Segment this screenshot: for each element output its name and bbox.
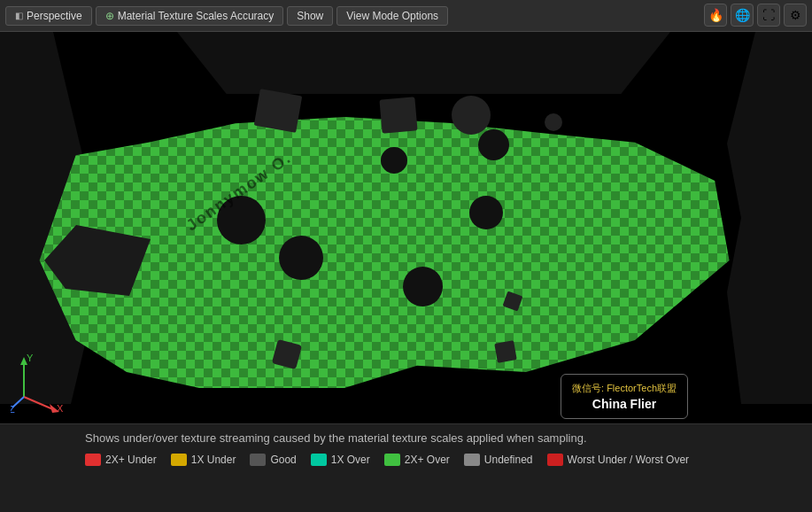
- legend: 2X+ Under1X UnderGood1X Over2X+ OverUnde…: [14, 454, 798, 466]
- view-mode-button[interactable]: View Mode Options: [336, 6, 448, 26]
- legend-swatch-under1x: [171, 454, 187, 466]
- svg-text:X: X: [57, 403, 64, 414]
- svg-text:Y: Y: [27, 353, 34, 363]
- terrain-top: [177, 32, 670, 94]
- fullscreen-icon-button[interactable]: ⛶: [757, 4, 780, 27]
- legend-label-good: Good: [270, 454, 296, 466]
- legend-swatch-over2x: [384, 454, 400, 466]
- legend-swatch-worst: [547, 454, 563, 466]
- svg-text:Z: Z: [11, 404, 15, 415]
- mesh-hole-4: [469, 196, 503, 229]
- perspective-label: Perspective: [27, 10, 82, 22]
- info-bar: Shows under/over texture streaming cause…: [0, 423, 812, 512]
- view-mode-label: View Mode Options: [346, 10, 438, 22]
- legend-item-under2x: 2X+ Under: [85, 454, 157, 466]
- surface-obj-3: [452, 96, 491, 135]
- material-texture-label: Material Texture Scales Accuracy: [118, 10, 275, 22]
- top-right-icons: 🔥 🌐 ⛶ ⚙: [704, 4, 807, 27]
- legend-label-under1x: 1X Under: [191, 454, 236, 466]
- mesh-hole-3: [403, 267, 443, 306]
- perspective-button[interactable]: ◧ Perspective: [5, 6, 92, 26]
- axis-indicator: Y X Z: [11, 353, 64, 415]
- legend-item-over1x: 1X Over: [311, 454, 370, 466]
- watermark-line1: 微信号: FlectorTech联盟: [572, 382, 677, 395]
- globe-icon-button[interactable]: 🌐: [731, 4, 754, 27]
- legend-label-undef: Undefined: [484, 454, 533, 466]
- legend-label-worst: Worst Under / Worst Over: [568, 454, 690, 466]
- legend-item-over2x: 2X+ Over: [384, 454, 450, 466]
- legend-swatch-under2x: [85, 454, 101, 466]
- legend-item-under1x: 1X Under: [171, 454, 236, 466]
- surface-obj-6: [494, 340, 516, 362]
- settings-icon-button[interactable]: ⚙: [784, 4, 807, 27]
- viewport: Jonnymow O. Y X Z: [0, 32, 812, 423]
- show-button[interactable]: Show: [287, 6, 333, 26]
- legend-item-undef: Undefined: [464, 454, 533, 466]
- legend-swatch-over1x: [311, 454, 327, 466]
- legend-item-worst: Worst Under / Worst Over: [547, 454, 690, 466]
- legend-label-over2x: 2X+ Over: [405, 454, 450, 466]
- mesh-hole-2: [279, 236, 323, 280]
- legend-swatch-good: [250, 454, 266, 466]
- surface-obj-2: [379, 97, 417, 133]
- mesh-hole-1: [217, 196, 266, 244]
- mesh-hole-5: [381, 147, 407, 174]
- show-label: Show: [297, 10, 323, 22]
- perspective-icon: ◧: [15, 11, 23, 20]
- watermark-overlay: 微信号: FlectorTech联盟 China Flier: [561, 374, 688, 419]
- surface-obj-4: [545, 113, 562, 131]
- legend-label-over1x: 1X Over: [331, 454, 370, 466]
- mesh-hole-6: [478, 129, 509, 160]
- info-description: Shows under/over texture streaming cause…: [14, 431, 798, 445]
- texture-icon: ⊕: [105, 10, 114, 22]
- material-texture-button[interactable]: ⊕ Material Texture Scales Accuracy: [96, 6, 284, 26]
- svg-line-3: [24, 397, 55, 410]
- legend-swatch-undef: [464, 454, 480, 466]
- surface-obj-1: [254, 89, 303, 133]
- toolbar: ◧ Perspective ⊕ Material Texture Scales …: [0, 0, 812, 32]
- watermark-line2: China Flier: [572, 397, 677, 411]
- legend-item-good: Good: [250, 454, 296, 466]
- legend-label-under2x: 2X+ Under: [105, 454, 157, 466]
- fire-icon-button[interactable]: 🔥: [704, 4, 727, 27]
